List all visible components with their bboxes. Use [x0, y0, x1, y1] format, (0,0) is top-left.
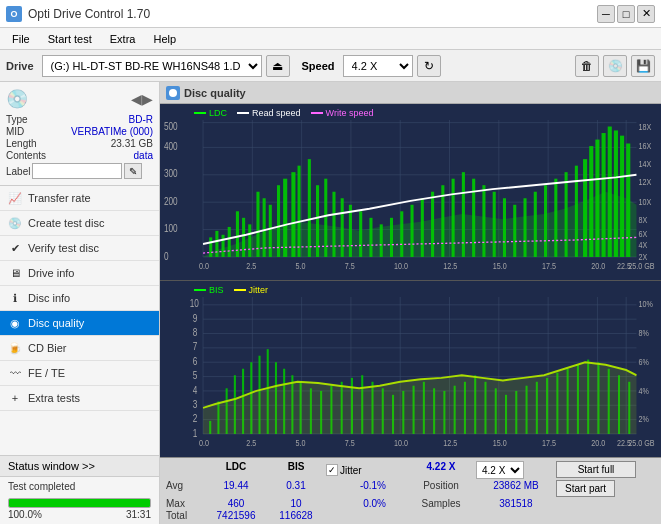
sidebar-item-drive-info[interactable]: 🖥 Drive info	[0, 261, 159, 286]
verify-test-disc-icon: ✔	[8, 241, 22, 255]
svg-text:4%: 4%	[639, 386, 649, 396]
svg-text:6: 6	[193, 355, 198, 367]
sidebar-item-create-test-disc[interactable]: 💿 Create test disc	[0, 211, 159, 236]
refresh-button[interactable]: ↻	[417, 55, 441, 77]
svg-text:2.5: 2.5	[246, 261, 256, 270]
stats-area: LDC BIS ✓ Jitter 4.22 X 4.2 X Start full	[160, 457, 661, 524]
svg-text:5: 5	[193, 369, 198, 381]
svg-text:4X: 4X	[639, 240, 648, 250]
app-icon: O	[6, 6, 22, 22]
sidebar: 💿 ◀▶ Type BD-R MID VERBATIMe (000) Lengt…	[0, 82, 160, 524]
sidebar-item-extra-tests[interactable]: + Extra tests	[0, 386, 159, 411]
menu-start-test[interactable]: Start test	[40, 31, 100, 47]
cd-bier-icon: 🍺	[8, 341, 22, 355]
minimize-button[interactable]: ─	[597, 5, 615, 23]
status-window-label: Status window >>	[8, 460, 95, 472]
svg-text:8: 8	[193, 326, 198, 338]
total-ldc-value: 7421596	[206, 510, 266, 521]
svg-text:15.0: 15.0	[493, 438, 507, 447]
sidebar-item-disc-info[interactable]: ℹ Disc info	[0, 286, 159, 311]
start-full-button[interactable]: Start full	[556, 461, 636, 478]
svg-text:7.5: 7.5	[345, 261, 355, 270]
svg-text:18X: 18X	[639, 123, 652, 133]
svg-text:6%: 6%	[639, 357, 649, 367]
disc-nav-arrows[interactable]: ◀▶	[131, 91, 153, 107]
menu-extra[interactable]: Extra	[102, 31, 144, 47]
disc-length-label: Length	[6, 138, 37, 149]
content-area: Disc quality LDC Read speed	[160, 82, 661, 524]
sidebar-item-cd-bier[interactable]: 🍺 CD Bier	[0, 336, 159, 361]
svg-text:0.0: 0.0	[199, 261, 209, 270]
progress-fill	[9, 499, 150, 507]
sidebar-item-verify-test-disc[interactable]: ✔ Verify test disc	[0, 236, 159, 261]
sidebar-item-label: Create test disc	[28, 217, 104, 229]
disc-length-value: 23.31 GB	[111, 138, 153, 149]
sidebar-item-label: Transfer rate	[28, 192, 91, 204]
drive-label: Drive	[6, 60, 34, 72]
svg-text:12.5: 12.5	[443, 438, 457, 447]
burn-button[interactable]: 💿	[603, 55, 627, 77]
position-value: 23862 MB	[476, 480, 556, 497]
maximize-button[interactable]: □	[617, 5, 635, 23]
start-part-button[interactable]: Start part	[556, 480, 615, 497]
stats-avg-row: Avg 19.44 0.31 -0.1% Position 23862 MB S…	[166, 480, 655, 497]
charts-container: LDC Read speed Write speed	[160, 104, 661, 457]
disc-panel: 💿 ◀▶ Type BD-R MID VERBATIMe (000) Lengt…	[0, 82, 159, 186]
disc-contents-label: Contents	[6, 150, 46, 161]
total-label: Total	[166, 510, 206, 521]
drive-select[interactable]: (G:) HL-DT-ST BD-RE WH16NS48 1.D3	[42, 55, 262, 77]
erase-button[interactable]: 🗑	[575, 55, 599, 77]
svg-text:2.5: 2.5	[246, 438, 256, 447]
max-jitter-value: 0.0%	[326, 498, 406, 509]
save-button[interactable]: 💾	[631, 55, 655, 77]
drive-toolbar: Drive (G:) HL-DT-ST BD-RE WH16NS48 1.D3 …	[0, 50, 661, 82]
progress-percent: 100.0%	[8, 509, 42, 520]
stats-speed-header: 4.22 X	[406, 461, 476, 479]
speed-select[interactable]: 4.2 X	[343, 55, 413, 77]
disc-type-value: BD-R	[129, 114, 153, 125]
extra-tests-icon: +	[8, 391, 22, 405]
svg-text:20.0: 20.0	[591, 438, 605, 447]
status-completed-text: Test completed	[0, 477, 159, 496]
svg-point-0	[169, 89, 177, 97]
ldc-legend: LDC	[194, 108, 227, 118]
disc-label-edit-button[interactable]: ✎	[124, 163, 142, 179]
start-part-container: Start part	[556, 480, 636, 497]
svg-text:0: 0	[164, 250, 169, 262]
disc-info-icon: ℹ	[8, 291, 22, 305]
menu-help[interactable]: Help	[145, 31, 184, 47]
svg-text:17.5: 17.5	[542, 438, 556, 447]
sidebar-item-fe-te[interactable]: 〰 FE / TE	[0, 361, 159, 386]
menu-file[interactable]: File	[4, 31, 38, 47]
eject-button[interactable]: ⏏	[266, 55, 290, 77]
titlebar: O Opti Drive Control 1.70 ─ □ ✕	[0, 0, 661, 28]
sidebar-item-transfer-rate[interactable]: 📈 Transfer rate	[0, 186, 159, 211]
avg-ldc-value: 19.44	[206, 480, 266, 497]
stats-speed-select[interactable]: 4.2 X	[476, 461, 524, 479]
stats-max-row: Max 460 10 0.0% Samples 381518	[166, 498, 655, 509]
jitter-checkbox-row: ✓ Jitter	[326, 461, 406, 479]
svg-text:2%: 2%	[639, 414, 649, 424]
menubar: File Start test Extra Help	[0, 28, 661, 50]
sidebar-item-label: FE / TE	[28, 367, 65, 379]
disc-label-input[interactable]	[32, 163, 122, 179]
write-speed-legend: Write speed	[311, 108, 374, 118]
titlebar-left: O Opti Drive Control 1.70	[6, 6, 150, 22]
top-chart-svg: 0 100 200 300 400 500 18X 16X 14X 12X 10…	[164, 120, 657, 270]
speed-label: Speed	[302, 60, 335, 72]
bis-legend: BIS	[194, 285, 224, 295]
window-controls: ─ □ ✕	[597, 5, 655, 23]
stats-bis-header: BIS	[266, 461, 326, 479]
disc-label-label: Label	[6, 166, 30, 177]
svg-text:8%: 8%	[639, 328, 649, 338]
top-chart: LDC Read speed Write speed	[160, 104, 661, 281]
status-window-header[interactable]: Status window >>	[0, 456, 159, 477]
svg-text:5.0: 5.0	[295, 438, 305, 447]
svg-text:10%: 10%	[639, 300, 653, 310]
stats-total-row: Total 7421596 116628	[166, 510, 655, 521]
jitter-checkbox[interactable]: ✓	[326, 464, 338, 476]
disc-label-row: Label ✎	[6, 163, 153, 179]
svg-text:9: 9	[193, 312, 198, 324]
close-button[interactable]: ✕	[637, 5, 655, 23]
sidebar-item-disc-quality[interactable]: ◉ Disc quality	[0, 311, 159, 336]
